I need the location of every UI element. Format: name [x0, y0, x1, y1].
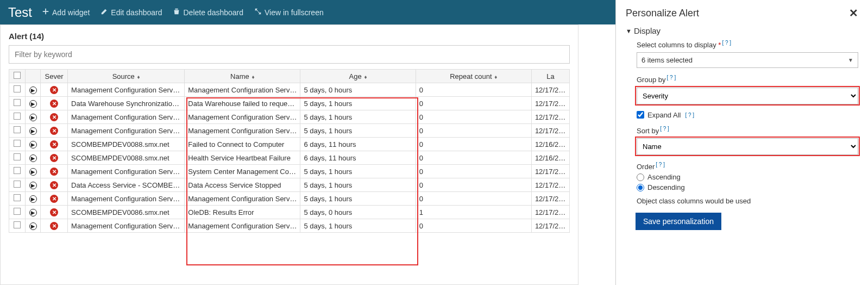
order-asc-radio[interactable] [637, 174, 644, 181]
header-severity[interactable]: Sever [41, 70, 68, 83]
row-checkbox[interactable] [14, 194, 21, 201]
cell-repeat: 0 [416, 219, 531, 233]
cell-name: Health Service Heartbeat Failure [185, 151, 300, 165]
cell-source: SCOMBEMPDEV0086.smx.net [68, 206, 185, 219]
group-by-select[interactable]: Severity [637, 88, 858, 104]
cell-last: 12/17/2020 [531, 83, 569, 97]
cell-source: Management Configuration Service [68, 219, 185, 233]
order-desc-radio[interactable] [637, 184, 644, 191]
row-checkbox[interactable] [14, 167, 21, 174]
table-row[interactable]: ▶✕Management Configuration ServiceSystem… [9, 165, 570, 178]
cell-repeat: 0 [416, 97, 531, 110]
table-row[interactable]: ▶✕SCOMBEMPDEV0086.smx.netOleDB: Results … [9, 206, 570, 219]
cell-last: 12/17/2020 [531, 206, 569, 219]
expand-row-icon[interactable]: ▶ [29, 154, 37, 162]
expand-row-icon[interactable]: ▶ [29, 168, 37, 176]
cell-name: System Center Management Configu [185, 165, 300, 178]
order-desc-label: Descending [647, 183, 685, 191]
row-checkbox[interactable] [14, 181, 21, 188]
help-icon[interactable]: [ ? ] [722, 40, 731, 46]
cell-source: Data Access Service - SCOMBEMPDE [68, 178, 185, 192]
row-checkbox[interactable] [14, 208, 21, 215]
expand-row-icon[interactable]: ▶ [29, 100, 37, 108]
expand-row-icon[interactable]: ▶ [29, 114, 37, 121]
sort-by-select[interactable]: Name [637, 138, 858, 155]
fullscreen-button[interactable]: View in fullscreen [254, 8, 324, 17]
row-checkbox[interactable] [14, 85, 21, 92]
cell-source: SCOMBEMPDEV0088.smx.net [68, 151, 185, 165]
cell-source: Management Configuration Service [68, 192, 185, 206]
row-checkbox[interactable] [14, 113, 21, 120]
sort-icon: ♦ [493, 74, 498, 80]
edit-dashboard-label: Edit dashboard [111, 8, 162, 17]
cell-age: 5 days, 1 hours [300, 219, 416, 233]
display-section-toggle[interactable]: ▼ Display [626, 26, 858, 35]
table-row[interactable]: ▶✕SCOMBEMPDEV0088.smx.netHealth Service … [9, 151, 570, 165]
close-icon[interactable]: ✕ [849, 7, 858, 20]
expand-row-icon[interactable]: ▶ [29, 222, 37, 230]
expand-row-icon[interactable]: ▶ [29, 195, 37, 203]
table-row[interactable]: ▶✕Management Configuration ServiceManage… [9, 219, 570, 233]
table-row[interactable]: ▶✕Data Warehouse Synchronization SeData … [9, 97, 570, 110]
cell-name: Management Configuration Service [185, 192, 300, 206]
expand-row-icon[interactable]: ▶ [29, 182, 37, 189]
edit-dashboard-button[interactable]: Edit dashboard [100, 8, 162, 17]
columns-dropdown[interactable]: 6 items selected ▼ [637, 52, 858, 68]
expand-row-icon[interactable]: ▶ [29, 209, 37, 216]
pencil-icon [100, 8, 108, 17]
trash-icon [173, 8, 180, 17]
severity-critical-icon: ✕ [50, 181, 58, 189]
row-checkbox[interactable] [14, 221, 21, 228]
expand-row-icon[interactable]: ▶ [29, 141, 37, 148]
save-button[interactable]: Save personalization [636, 213, 721, 230]
table-row[interactable]: ▶✕SCOMBEMPDEV0088.smx.netFailed to Conne… [9, 138, 570, 151]
cell-source: SCOMBEMPDEV0088.smx.net [68, 138, 185, 151]
chevron-down-icon: ▼ [626, 28, 632, 34]
header-name[interactable]: Name ♦ [185, 70, 300, 83]
chevron-down-icon: ▼ [848, 57, 853, 63]
filter-input[interactable] [9, 45, 570, 64]
expand-all-checkbox[interactable] [637, 111, 644, 119]
severity-critical-icon: ✕ [50, 208, 58, 216]
cell-name: Failed to Connect to Computer [185, 138, 300, 151]
expand-icon [254, 8, 262, 17]
header-repeat[interactable]: Repeat count ♦ [416, 70, 531, 83]
severity-critical-icon: ✕ [50, 154, 58, 162]
row-checkbox[interactable] [14, 140, 21, 147]
header-last[interactable]: La [531, 70, 569, 83]
help-icon[interactable]: [ ? ] [666, 75, 676, 80]
cell-repeat: 0 [416, 83, 531, 97]
row-checkbox[interactable] [14, 99, 21, 106]
cell-repeat: 0 [416, 110, 531, 124]
expand-row-icon[interactable]: ▶ [29, 86, 37, 94]
cell-age: 5 days, 1 hours [300, 165, 416, 178]
table-row[interactable]: ▶✕Management Configuration ServiceManage… [9, 83, 570, 97]
help-icon[interactable]: [ ? ] [656, 162, 665, 168]
header-checkbox[interactable] [9, 70, 26, 83]
table-row[interactable]: ▶✕Data Access Service - SCOMBEMPDEData A… [9, 178, 570, 192]
personalize-panel: Personalize Alert ✕ ▼ Display Select col… [615, 0, 868, 285]
cell-source: Management Configuration Service [68, 110, 185, 124]
expand-row-icon[interactable]: ▶ [29, 127, 37, 135]
severity-critical-icon: ✕ [50, 127, 58, 135]
table-row[interactable]: ▶✕Management Configuration ServiceManage… [9, 124, 570, 138]
add-widget-label: Add widget [52, 8, 90, 17]
row-checkbox[interactable] [14, 126, 21, 133]
row-checkbox[interactable] [14, 153, 21, 160]
table-row[interactable]: ▶✕Management Configuration ServiceManage… [9, 192, 570, 206]
cell-source: Management Configuration Service [68, 124, 185, 138]
header-source[interactable]: Source ♦ [68, 70, 185, 83]
header-age[interactable]: Age ♦ [300, 70, 416, 83]
cell-age: 5 days, 1 hours [300, 110, 416, 124]
cell-repeat: 0 [416, 138, 531, 151]
help-icon[interactable]: [ ? ] [660, 126, 669, 132]
cell-age: 5 days, 1 hours [300, 97, 416, 110]
table-row[interactable]: ▶✕Management Configuration ServiceManage… [9, 110, 570, 124]
cell-repeat: 0 [416, 165, 531, 178]
help-icon[interactable]: [ ? ] [685, 112, 694, 118]
delete-dashboard-button[interactable]: Delete dashboard [173, 8, 243, 17]
dashboard-title: Test [8, 5, 32, 20]
cell-last: 12/17/2020 [531, 178, 569, 192]
add-widget-button[interactable]: Add widget [42, 8, 90, 17]
select-columns-label: Select columns to display *[ ? ] [637, 40, 731, 49]
